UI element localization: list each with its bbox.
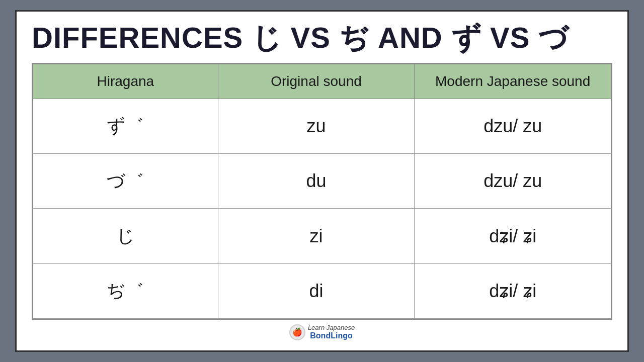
table-row: ず゛ zu dzu/ zu [33, 99, 611, 153]
table-row: づ゛ du dzu/ zu [33, 154, 611, 209]
cell-modern-3: dʑi/ ʑi [415, 263, 611, 318]
logo-icon: 🍎 [289, 324, 305, 340]
page-title: DIFFERENCES じ VS ぢ AND ず VS づ [32, 22, 612, 54]
cell-hiragana-1: づ゛ [33, 154, 218, 209]
cell-modern-2: dʑi/ ʑi [415, 209, 611, 263]
col-header-original: Original sound [218, 64, 415, 99]
logo-brand: BondLingo [308, 331, 355, 340]
logo-line1: Learn Japanese [308, 324, 355, 331]
cell-modern-0: dzu/ zu [415, 99, 611, 153]
col-header-modern: Modern Japanese sound [415, 64, 611, 99]
comparison-table: Hiragana Original sound Modern Japanese … [33, 64, 611, 319]
apple-icon: 🍎 [292, 327, 302, 337]
cell-original-2: zi [218, 209, 415, 263]
col-header-hiragana: Hiragana [33, 64, 218, 99]
cell-original-1: du [218, 154, 415, 209]
cell-hiragana-3: ぢ゛ [33, 263, 218, 318]
cell-hiragana-0: ず゛ [33, 99, 218, 153]
cell-original-0: zu [218, 99, 415, 153]
comparison-table-container: Hiragana Original sound Modern Japanese … [32, 63, 612, 320]
table-header-row: Hiragana Original sound Modern Japanese … [33, 64, 611, 99]
footer: 🍎 Learn Japanese BondLingo [32, 324, 612, 340]
logo-text-container: Learn Japanese BondLingo [308, 324, 355, 340]
table-row: じ zi dʑi/ ʑi [33, 209, 611, 263]
table-row: ぢ゛ di dʑi/ ʑi [33, 263, 611, 318]
main-card: DIFFERENCES じ VS ぢ AND ず VS づ Hiragana O… [15, 10, 629, 352]
cell-hiragana-2: じ [33, 209, 218, 263]
cell-modern-1: dzu/ zu [415, 154, 611, 209]
cell-original-3: di [218, 263, 415, 318]
